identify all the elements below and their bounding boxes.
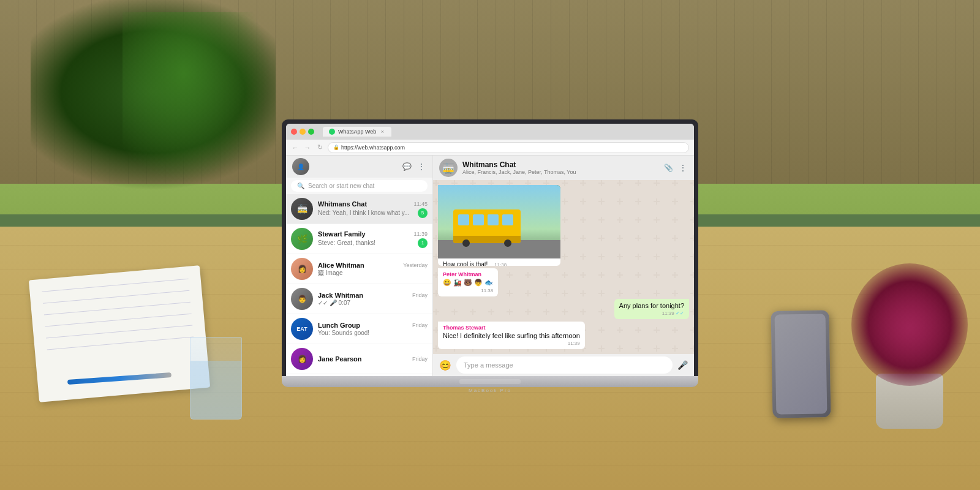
new-chat-icon[interactable]: 💬	[402, 162, 412, 172]
chat-info-stewart: Stewart Family 11:39 Steve: Great, thank…	[318, 230, 428, 248]
sidebar-header-icons: 💬 ⋮	[402, 162, 426, 172]
message-text-peter: 😀 🚂 🐻 👦 🐟	[443, 279, 493, 287]
tab-favicon	[329, 129, 335, 135]
chat-name-alice: Alice Whitman	[318, 262, 364, 269]
chat-avatar-stewart: 🌿	[291, 228, 313, 250]
chat-item-stewart[interactable]: 🌿 Stewart Family 11:39 Steve: Great, tha…	[286, 224, 432, 254]
tab-close-icon[interactable]: ×	[379, 129, 385, 135]
video-thumbnail: ▶	[438, 185, 560, 258]
chat-preview-alice: 🖼 Image	[318, 270, 428, 276]
chat-info-lunch: Lunch Group Friday You: Sounds good!	[318, 322, 428, 336]
chat-badge-stewart: 1	[418, 238, 428, 248]
chat-name-stewart: Stewart Family	[318, 230, 366, 238]
sender-peter: Peter Whitman	[443, 271, 493, 277]
message-input[interactable]: Type a message	[456, 356, 673, 374]
browser-tab-whatsapp[interactable]: WhatsApp Web ×	[323, 127, 391, 137]
chat-name-jack: Jack Whitman	[318, 292, 363, 299]
foliage-center	[123, 12, 306, 196]
laptop-screen-frame: WhatsApp Web × ← → ↻ 🔒 https://web.whats…	[282, 119, 698, 376]
maximize-dot[interactable]	[308, 129, 314, 135]
chat-preview-jack: ✓✓ 🎤 0:07	[318, 300, 428, 306]
video-caption-text: How cool is that!	[443, 261, 488, 266]
chat-header-icons: 📎 ⋮	[663, 163, 688, 173]
chat-time-jack: Friday	[412, 292, 428, 298]
chat-item-alice[interactable]: 👩 Alice Whitman Yesterday 🖼 Image	[286, 254, 432, 284]
close-dot[interactable]	[291, 129, 297, 135]
chat-time-whitmans: 11:45	[413, 201, 428, 207]
nav-refresh-button[interactable]: ↻	[315, 143, 324, 152]
wa-chat-input-bar: 😊 Type a message 🎤	[433, 354, 694, 376]
message-time-thomas: 11:39	[443, 341, 580, 346]
chat-header-avatar[interactable]: 🚋	[439, 159, 458, 177]
wa-chat-area: 🚋 Whitmans Chat Alice, Francis, Jack, Ja…	[433, 156, 694, 376]
mic-button[interactable]: 🎤	[677, 360, 688, 370]
search-placeholder: Search or start new chat	[308, 183, 421, 189]
message-time-peter: 11:38	[443, 288, 493, 293]
browser[interactable]: WhatsApp Web × ← → ↻ 🔒 https://web.whats…	[286, 124, 694, 376]
wa-sidebar: 👤 💬 ⋮ 🔍 Search or start new chat	[286, 156, 433, 376]
message-thomas: Thomas Stewart Nice! I definitely feel l…	[438, 322, 585, 349]
wa-chat-list[interactable]: 🚋 Whitmans Chat 11:45 Ned: Yeah, I think…	[286, 194, 432, 376]
chat-info-alice: Alice Whitman Yesterday 🖼 Image	[318, 262, 428, 276]
chat-item-jack[interactable]: 👨 Jack Whitman Friday ✓✓ 🎤 0:07	[286, 284, 432, 314]
wa-messages: ▶ How cool is that! 11:38 Peter Whitman …	[433, 180, 694, 354]
chat-badge-whitmans: 5	[418, 208, 428, 218]
user-avatar[interactable]: 👤	[292, 158, 309, 175]
browser-tabbar: WhatsApp Web ×	[286, 124, 694, 140]
chat-item-whitmans[interactable]: 🚋 Whitmans Chat 11:45 Ned: Yeah, I think…	[286, 194, 432, 224]
chat-time-stewart: 11:39	[413, 231, 428, 237]
chat-avatar-jane: 👩	[291, 348, 313, 370]
chat-menu-icon[interactable]: ⋮	[678, 163, 688, 173]
menu-icon[interactable]: ⋮	[417, 162, 426, 172]
chat-name-whitmans: Whitmans Chat	[318, 200, 367, 208]
chat-name-jane: Jane Pearson	[318, 355, 362, 363]
laptop-label: MacBook Pro	[282, 388, 698, 393]
message-ticks: ✓✓	[676, 311, 684, 316]
chat-avatar-alice: 👩	[291, 258, 313, 280]
traffic-lights	[291, 129, 314, 135]
tab-title: WhatsApp Web	[338, 129, 376, 135]
notebook	[29, 265, 210, 402]
chat-preview-lunch: You: Sounds good!	[318, 330, 428, 336]
video-caption: How cool is that! 11:38	[438, 258, 560, 266]
chat-item-jane[interactable]: 👩 Jane Pearson Friday	[286, 344, 432, 374]
laptop-trackpad	[459, 379, 521, 384]
wa-chat-header: 🚋 Whitmans Chat Alice, Francis, Jack, Ja…	[433, 156, 694, 180]
chat-time-lunch: Friday	[412, 322, 428, 328]
nav-forward-button[interactable]: →	[303, 143, 312, 152]
chat-name-lunch: Lunch Group	[318, 322, 360, 329]
chat-preview-stewart: Steve: Great, thanks!	[318, 239, 418, 246]
chat-preview-whitmans: Ned: Yeah, I think I know what y...	[318, 209, 418, 216]
wa-sidebar-header: 👤 💬 ⋮	[286, 156, 432, 178]
message-placeholder: Type a message	[464, 361, 513, 369]
address-bar[interactable]: 🔒 https://web.whatsapp.com	[328, 142, 689, 153]
sender-thomas: Thomas Stewart	[443, 325, 580, 331]
whatsapp-web: 👤 💬 ⋮ 🔍 Search or start new chat	[286, 156, 694, 376]
message-text-outgoing: Any plans for tonight?	[619, 302, 684, 309]
laptop: WhatsApp Web × ← → ↻ 🔒 https://web.whats…	[282, 119, 698, 393]
lock-icon: 🔒	[333, 145, 339, 150]
wa-search-container: 🔍 Search or start new chat	[286, 178, 432, 194]
chat-avatar-lunch: EAT	[291, 318, 313, 340]
attachment-icon[interactable]: 📎	[663, 163, 673, 173]
video-message[interactable]: ▶ How cool is that! 11:38	[438, 185, 560, 266]
message-outgoing: Any plans for tonight? 11:39 ✓✓	[614, 299, 689, 319]
wa-search-bar[interactable]: 🔍 Search or start new chat	[291, 180, 428, 192]
chat-avatar-jack: 👨	[291, 288, 313, 310]
minimize-dot[interactable]	[300, 129, 306, 135]
chat-item-lunch[interactable]: EAT Lunch Group Friday You: Sounds good!	[286, 314, 432, 344]
browser-addressbar: ← → ↻ 🔒 https://web.whatsapp.com	[286, 140, 694, 156]
chat-header-members: Alice, Francis, Jack, Jane, Peter, Thoma…	[462, 169, 658, 175]
laptop-base	[282, 376, 698, 387]
message-time-outgoing: 11:39 ✓✓	[619, 311, 684, 316]
nav-back-button[interactable]: ←	[291, 143, 300, 152]
chat-info-jane: Jane Pearson Friday	[318, 355, 428, 363]
chat-time-alice: Yesterday	[403, 262, 428, 268]
chat-header-info: Whitmans Chat Alice, Francis, Jack, Jane…	[462, 160, 658, 175]
message-text-thomas: Nice! I definitely feel like surfing thi…	[443, 332, 580, 339]
chat-time-jane: Friday	[412, 356, 428, 362]
chat-header-name: Whitmans Chat	[462, 160, 658, 169]
video-time: 11:38	[494, 262, 507, 266]
water-glass	[190, 337, 242, 420]
emoji-button[interactable]: 😊	[439, 360, 451, 371]
